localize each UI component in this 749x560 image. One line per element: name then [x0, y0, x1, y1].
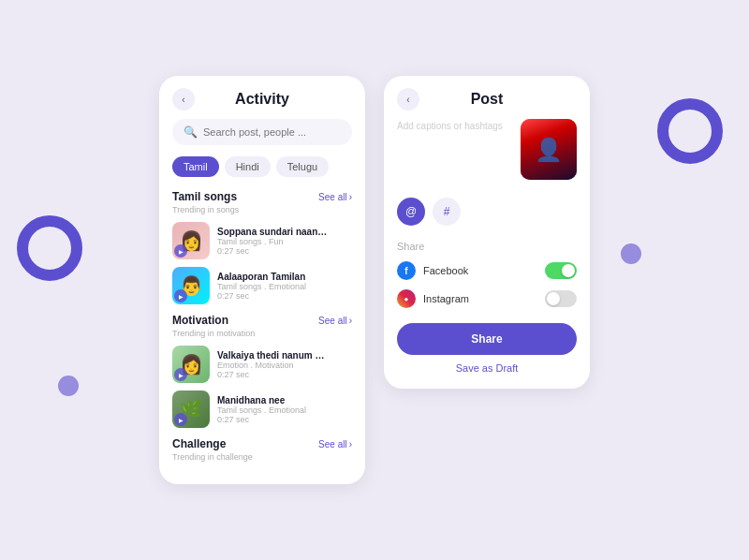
- tamil-section-title: Tamil songs: [172, 190, 237, 203]
- share-label: Share: [397, 241, 577, 252]
- challenge-section-title: Challenge: [172, 437, 226, 450]
- instagram-icon-symbol: ●: [404, 295, 409, 303]
- filter-telugu[interactable]: Telugu: [276, 156, 329, 177]
- share-section: Share f Facebook ● Instagram: [397, 241, 577, 308]
- challenge-see-all-chevron: ›: [349, 439, 352, 449]
- back-icon: ‹: [182, 95, 184, 105]
- bg-dot-left: [58, 376, 79, 396]
- challenge-section-header: Challenge See all ›: [172, 437, 352, 450]
- instagram-toggle-knob: [547, 292, 560, 305]
- song-item-1[interactable]: 👨 ▶ Aalaaporan Tamilan Tamil songs . Emo…: [172, 267, 352, 304]
- facebook-toggle[interactable]: [545, 262, 577, 279]
- hashtag-icon: #: [444, 205, 450, 218]
- facebook-label: Facebook: [423, 265, 537, 276]
- song-meta-3: Tamil songs . Emotional: [217, 405, 352, 415]
- challenge-see-all-label: See all: [318, 439, 347, 449]
- song-item-0[interactable]: 👩 ▶ Soppana sundari naan dhane.. Tamil s…: [172, 222, 352, 259]
- filter-tamil[interactable]: Tamil: [172, 156, 219, 177]
- activity-panel: ‹ Activity 🔍 Tamil Hindi Telugu Tamil so…: [159, 76, 365, 484]
- tamil-section-header: Tamil songs See all ›: [172, 190, 352, 203]
- song-meta-2: Emotion . Motivation: [217, 361, 352, 370]
- search-icon: 🔍: [184, 125, 198, 139]
- motivation-section-header: Motivation See all ›: [172, 314, 352, 327]
- save-draft-link[interactable]: Save as Draft: [397, 362, 577, 374]
- caption-area: Add captions or hashtags 👤 0:25: [397, 119, 577, 184]
- tamil-see-all[interactable]: See all ›: [318, 192, 352, 202]
- filter-tabs: Tamil Hindi Telugu: [172, 156, 352, 177]
- song-name-0: Soppana sundari naan dhane..: [217, 227, 330, 237]
- song-duration-3: 0:27 sec: [217, 415, 352, 424]
- post-thumb-inner: 👤 0:25: [521, 119, 577, 180]
- song-name-2: Valkaiya thedi nanum ponen: [217, 350, 330, 361]
- tamil-see-all-label: See all: [318, 192, 347, 202]
- tamil-section-sub: Trending in songs: [172, 205, 352, 214]
- facebook-share-item: f Facebook: [397, 261, 577, 280]
- panels-container: ‹ Activity 🔍 Tamil Hindi Telugu Tamil so…: [159, 76, 590, 484]
- post-thumbnail: 👤 0:25: [521, 119, 577, 180]
- play-icon-2: ▶: [174, 368, 187, 381]
- play-icon-0: ▶: [174, 244, 187, 258]
- facebook-toggle-knob: [562, 264, 575, 277]
- song-duration-1: 0:27 sec: [217, 291, 352, 301]
- caption-placeholder: Add captions or hashtags: [397, 119, 513, 184]
- activity-header: ‹ Activity: [172, 91, 352, 108]
- motivation-section: Motivation See all › Trending in motivat…: [172, 314, 352, 428]
- search-bar[interactable]: 🔍: [172, 119, 352, 145]
- motivation-see-all-chevron: ›: [349, 316, 352, 326]
- challenge-section-sub: Trending in challenge: [172, 452, 352, 462]
- tamil-section: Tamil songs See all › Trending in songs …: [172, 190, 352, 304]
- song-item-2[interactable]: 👩 ▶ Valkaiya thedi nanum ponen Emotion .…: [172, 346, 352, 383]
- motivation-section-sub: Trending in motivation: [172, 329, 352, 338]
- song-info-3: Manidhana nee Tamil songs . Emotional 0:…: [217, 395, 352, 424]
- post-back-button[interactable]: ‹: [397, 88, 419, 111]
- bg-dot-right: [621, 243, 641, 264]
- motivation-section-title: Motivation: [172, 314, 228, 327]
- instagram-share-item: ● Instagram: [397, 289, 577, 308]
- hashtag-button[interactable]: #: [433, 198, 461, 226]
- instagram-icon: ●: [397, 289, 416, 308]
- motivation-see-all[interactable]: See all ›: [318, 316, 352, 326]
- tamil-see-all-chevron: ›: [349, 192, 352, 202]
- post-panel: ‹ Post Add captions or hashtags 👤 0:25 @: [384, 76, 590, 389]
- mention-icon: @: [405, 205, 417, 218]
- post-header: ‹ Post: [397, 91, 577, 108]
- instagram-label: Instagram: [423, 293, 537, 304]
- song-info-0: Soppana sundari naan dhane.. Tamil songs…: [217, 227, 352, 256]
- play-icon-3: ▶: [174, 413, 187, 426]
- song-name-1: Aalaaporan Tamilan: [217, 272, 330, 282]
- activity-back-button[interactable]: ‹: [172, 88, 195, 111]
- search-input[interactable]: [203, 126, 341, 138]
- activity-title: Activity: [235, 91, 289, 108]
- play-icon-1: ▶: [174, 289, 187, 302]
- song-duration-2: 0:27 sec: [217, 370, 352, 379]
- song-info-2: Valkaiya thedi nanum ponen Emotion . Mot…: [217, 350, 352, 379]
- share-button[interactable]: Share: [397, 323, 577, 355]
- song-meta-0: Tamil songs . Fun: [217, 237, 352, 246]
- song-item-3[interactable]: 🌿 ▶ Manidhana nee Tamil songs . Emotiona…: [172, 391, 352, 428]
- instagram-toggle[interactable]: [545, 290, 577, 307]
- song-info-1: Aalaaporan Tamilan Tamil songs . Emotion…: [217, 272, 352, 301]
- song-name-3: Manidhana nee: [217, 395, 330, 405]
- challenge-see-all[interactable]: See all ›: [318, 439, 352, 449]
- facebook-icon-letter: f: [404, 266, 407, 276]
- song-thumb-3: 🌿 ▶: [172, 391, 210, 428]
- post-back-icon: ‹: [406, 95, 409, 105]
- challenge-section: Challenge See all › Trending in challeng…: [172, 437, 352, 462]
- song-thumb-1: 👨 ▶: [172, 267, 210, 304]
- motivation-see-all-label: See all: [318, 316, 347, 326]
- song-duration-0: 0:27 sec: [217, 246, 352, 256]
- mention-button[interactable]: @: [397, 198, 425, 226]
- action-icons: @ #: [397, 198, 577, 226]
- bg-circle-left: [17, 215, 82, 281]
- post-title: Post: [471, 91, 504, 108]
- song-thumb-2: 👩 ▶: [172, 346, 210, 383]
- bg-circle-right: [657, 98, 723, 164]
- song-thumb-0: 👩 ▶: [172, 222, 210, 259]
- facebook-icon: f: [397, 261, 416, 280]
- song-meta-1: Tamil songs . Emotional: [217, 282, 352, 291]
- filter-hindi[interactable]: Hindi: [225, 156, 271, 177]
